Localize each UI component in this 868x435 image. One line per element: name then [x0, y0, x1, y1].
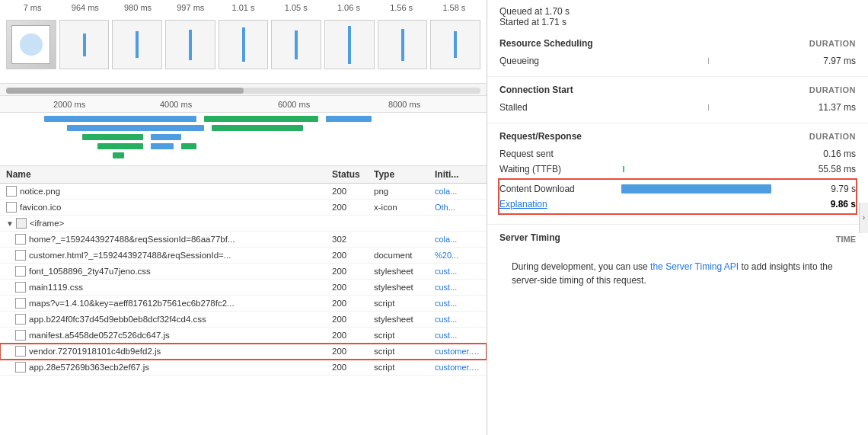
filmstrip-time-1: 964 ms [59, 3, 111, 12]
file-icon [15, 282, 26, 293]
table-row[interactable]: font_1058896_2ty47u7jeno.css 200 stylesh… [0, 264, 487, 280]
header-type: Type [374, 169, 435, 180]
row-type: script [374, 331, 435, 340]
table-row-group[interactable]: ▼ <iframe> [0, 216, 487, 232]
queued-info: Queued at 1.70 s Started at 1.71 s [487, 0, 868, 30]
row-status: 200 [332, 267, 374, 276]
row-initiator: cust... [435, 299, 480, 308]
queued-at-text: Queued at 1.70 s [499, 6, 856, 17]
ruler-mark-0: 2000 ms [53, 100, 85, 109]
filmstrip-frame-8[interactable] [430, 20, 480, 69]
table-row[interactable]: app.b224f0fc37d45d9ebb0eb8dcf32f4cd4.css… [0, 312, 487, 328]
request-sent-value: 0.16 ms [803, 149, 856, 159]
file-icon [15, 234, 26, 245]
header-initiator: Initi... [435, 169, 480, 180]
waiting-ttfb-row: Waiting (TTFB) 55.58 ms [499, 162, 856, 177]
content-download-label: Content Download [499, 184, 614, 194]
table-body: notice.png 200 png cola... favicon.ico 2… [0, 184, 487, 431]
row-filename: app.28e57269b363ecb2ef67.js [29, 363, 332, 372]
row-filename: app.b224f0fc37d45d9ebb0eb8dcf32f4cd4.css [29, 315, 332, 324]
filmstrip-frame-6[interactable] [324, 20, 375, 69]
row-filename: manifest.a5458de0527c526dc647.js [29, 331, 332, 340]
expand-icon[interactable]: ▼ [6, 219, 14, 228]
table-row[interactable]: customer.html?_=1592443927488&reqSession… [0, 248, 487, 264]
row-filename: vendor.72701918101c4db9efd2.js [29, 347, 332, 356]
stalled-row: Stalled 11.37 ms [499, 100, 856, 115]
row-initiator: customer.h... [435, 363, 480, 372]
server-timing-desc-start: During development, you can use [512, 261, 650, 272]
row-type: png [374, 187, 435, 196]
table-row[interactable]: notice.png 200 png cola... [0, 184, 487, 200]
row-filename: main1119.css [29, 283, 332, 292]
filmstrip-time-6: 1.06 s [322, 3, 375, 12]
table-header: Name Status Type Initi... [0, 166, 487, 184]
horizontal-scrollbar[interactable] [0, 84, 487, 96]
row-status: 200 [332, 203, 374, 212]
row-status: 200 [332, 283, 374, 292]
connection-start-title: Connection Start [499, 85, 573, 95]
filmstrip-frame-2[interactable] [112, 20, 162, 69]
queueing-bar-area [620, 56, 796, 66]
request-response-section: Request/Response DURATION Request sent 0… [487, 123, 868, 225]
request-sent-bar-area [620, 149, 796, 158]
file-icon [15, 362, 26, 373]
server-timing-api-link[interactable]: the Server Timing API [650, 261, 739, 272]
filmstrip-frame-5[interactable] [271, 20, 321, 69]
row-filename: favicon.ico [20, 203, 332, 212]
table-row[interactable]: app.28e57269b363ecb2ef67.js 200 script c… [0, 360, 487, 376]
request-response-duration-label: DURATION [809, 132, 856, 141]
row-initiator: cola... [435, 187, 480, 196]
row-initiator: cust... [435, 267, 480, 276]
request-sent-label: Request sent [499, 149, 614, 159]
row-status: 200 [332, 331, 374, 340]
content-download-value: 9.79 s [803, 184, 856, 194]
waiting-ttfb-bar-area [620, 165, 796, 174]
resource-scheduling-title: Resource Scheduling [499, 38, 593, 49]
filmstrip-time-8: 1.58 s [428, 3, 480, 12]
filmstrip-time-3: 997 ms [164, 3, 217, 12]
row-type: script [374, 299, 435, 308]
right-arrow-button[interactable]: › [859, 203, 868, 233]
ruler-mark-2: 6000 ms [278, 100, 310, 109]
filmstrip-frame-0[interactable] [6, 20, 56, 69]
table-row[interactable]: maps?v=1.4.10&key=aeff817612b7561ec6b278… [0, 296, 487, 312]
ruler-mark-3: 8000 ms [388, 100, 420, 109]
filmstrip-time-7: 1.56 s [375, 3, 428, 12]
server-timing-description: During development, you can use the Serv… [499, 252, 856, 295]
table-row[interactable]: home?_=1592443927488&reqSessionId=86aa77… [0, 232, 487, 248]
row-status: 200 [332, 299, 374, 308]
table-row[interactable]: main1119.css 200 stylesheet cust... [0, 280, 487, 296]
file-icon [15, 266, 26, 277]
table-row-vendor[interactable]: vendor.72701918101c4db9efd2.js 200 scrip… [0, 344, 487, 360]
row-status: 200 [332, 315, 374, 324]
server-timing-title: Server Timing [499, 232, 560, 243]
explanation-row: Explanation 9.86 s [499, 197, 856, 212]
table-row[interactable]: manifest.a5458de0527c526dc647.js 200 scr… [0, 328, 487, 344]
filmstrip-frame-3[interactable] [165, 20, 215, 69]
row-status: 200 [332, 187, 374, 196]
explanation-link[interactable]: Explanation [499, 199, 547, 210]
stalled-value: 11.37 ms [803, 102, 856, 113]
request-sent-row: Request sent 0.16 ms [499, 146, 856, 162]
filmstrip-frame-7[interactable] [378, 20, 428, 69]
resource-scheduling-section: Resource Scheduling DURATION Queueing 7.… [487, 30, 868, 77]
row-filename: home?_=1592443927488&reqSessionId=86aa77… [29, 235, 332, 244]
file-icon [6, 202, 17, 213]
table-row[interactable]: favicon.ico 200 x-icon Oth... [0, 200, 487, 216]
timing-panel: Queued at 1.70 s Started at 1.71 s Resou… [487, 0, 868, 435]
filmstrip-frame-4[interactable] [219, 20, 269, 69]
queueing-value: 7.97 ms [803, 56, 856, 66]
total-value: 9.86 s [831, 199, 856, 210]
filmstrip-frame-1[interactable] [59, 20, 110, 69]
row-filename: maps?v=1.4.10&key=aeff817612b7561ec6b278… [29, 299, 332, 308]
row-type: script [374, 347, 435, 356]
row-type: stylesheet [374, 315, 435, 324]
file-icon [15, 314, 26, 325]
content-download-row: Content Download 9.79 s [499, 181, 856, 197]
group-icon [16, 218, 27, 229]
file-icon [15, 346, 26, 357]
waterfall-overview [0, 113, 487, 166]
file-icon [6, 186, 17, 197]
ruler-mark-1: 4000 ms [160, 100, 192, 109]
row-initiator: cola... [435, 235, 480, 244]
